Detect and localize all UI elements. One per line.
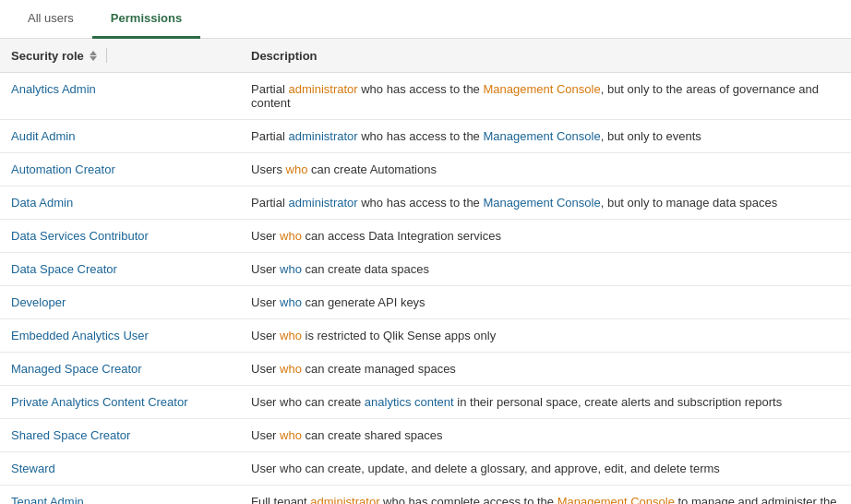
table-row: StewardUser who can create, update, and …: [0, 452, 851, 486]
role-link[interactable]: Tenant Admin: [11, 495, 84, 504]
description-cell: Full tenant administrator who has comple…: [240, 486, 851, 505]
role-cell: Tenant Admin: [0, 486, 240, 505]
table-row: DeveloperUser who can generate API keys: [0, 286, 851, 319]
role-link[interactable]: Analytics Admin: [11, 82, 96, 96]
table-row: Tenant AdminFull tenant administrator wh…: [0, 486, 851, 505]
description-cell: User who can access Data Integration ser…: [240, 220, 851, 253]
description-cell: Partial administrator who has access to …: [240, 186, 851, 220]
role-cell: Data Space Creator: [0, 253, 240, 286]
description-cell: Users who can create Automations: [240, 153, 851, 186]
tab-all-users[interactable]: All users: [9, 0, 92, 39]
col-header-security: Security role: [0, 39, 240, 73]
role-cell: Private Analytics Content Creator: [0, 386, 240, 419]
table-row: Shared Space CreatorUser who can create …: [0, 419, 851, 452]
table-header-row: Security role Description: [0, 39, 851, 73]
table-row: Analytics AdminPartial administrator who…: [0, 73, 851, 120]
table-row: Automation CreatorUsers who can create A…: [0, 153, 851, 186]
table-row: Embedded Analytics UserUser who is restr…: [0, 319, 851, 353]
col-label-security: Security role: [11, 49, 84, 63]
description-cell: User who can create data spaces: [240, 253, 851, 286]
role-cell: Shared Space Creator: [0, 419, 240, 452]
role-cell: Embedded Analytics User: [0, 319, 240, 353]
role-cell: Analytics Admin: [0, 73, 240, 120]
col-header-description: Description: [240, 39, 851, 73]
tab-bar: All users Permissions: [0, 0, 851, 39]
sort-icon[interactable]: [90, 51, 97, 61]
role-cell: Audit Admin: [0, 120, 240, 153]
role-link[interactable]: Managed Space Creator: [11, 362, 142, 376]
role-cell: Managed Space Creator: [0, 353, 240, 386]
description-cell: Partial administrator who has access to …: [240, 120, 851, 153]
description-cell: User who can create shared spaces: [240, 419, 851, 452]
role-cell: Data Admin: [0, 186, 240, 220]
table-row: Data Space CreatorUser who can create da…: [0, 253, 851, 286]
column-divider: [106, 48, 107, 63]
role-cell: Data Services Contributor: [0, 220, 240, 253]
role-cell: Steward: [0, 452, 240, 486]
role-link[interactable]: Embedded Analytics User: [11, 329, 149, 342]
role-link[interactable]: Shared Space Creator: [11, 428, 130, 442]
role-cell: Automation Creator: [0, 153, 240, 186]
description-cell: Partial administrator who has access to …: [240, 73, 851, 120]
tab-permissions[interactable]: Permissions: [92, 0, 200, 39]
table-row: Data AdminPartial administrator who has …: [0, 186, 851, 220]
description-cell: User who can create, update, and delete …: [240, 452, 851, 486]
description-cell: User who is restricted to Qlik Sense app…: [240, 319, 851, 353]
role-cell: Developer: [0, 286, 240, 319]
table-row: Private Analytics Content CreatorUser wh…: [0, 386, 851, 419]
role-link[interactable]: Automation Creator: [11, 162, 115, 176]
permissions-table-container: Security role Description Analytics Admi…: [0, 39, 851, 504]
description-cell: User who can create analytics content in…: [240, 386, 851, 419]
table-row: Managed Space CreatorUser who can create…: [0, 353, 851, 386]
table-row: Audit AdminPartial administrator who has…: [0, 120, 851, 153]
role-link[interactable]: Data Services Contributor: [11, 229, 149, 243]
description-cell: User who can create managed spaces: [240, 353, 851, 386]
permissions-table: Security role Description Analytics Admi…: [0, 39, 851, 504]
description-cell: User who can generate API keys: [240, 286, 851, 319]
table-row: Data Services ContributorUser who can ac…: [0, 220, 851, 253]
